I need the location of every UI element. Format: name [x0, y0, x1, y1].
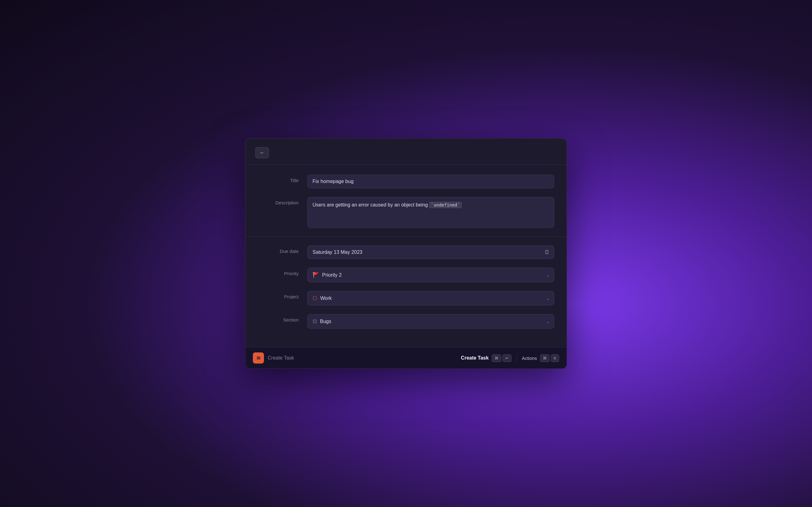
section-icon: ⊡ — [312, 318, 317, 325]
description-control: Users are getting an error caused by an … — [307, 197, 554, 228]
footer-left: ≋ Create Task — [253, 352, 294, 363]
due-date-label: Due date — [258, 245, 307, 254]
due-date-input[interactable] — [307, 245, 554, 259]
title-control — [307, 175, 554, 188]
footer-create-task-label: Create Task — [268, 355, 294, 361]
modal-header: ← — [245, 138, 567, 165]
calendar-icon: 🗓 — [544, 249, 550, 256]
section-value: Bugs — [320, 319, 331, 324]
project-row: Project ⬡ Work ⌄ — [258, 291, 554, 305]
footer-right: Create Task ⌘ ↵ Actions ⌘ K — [461, 354, 559, 362]
actions-button[interactable]: Actions — [522, 355, 537, 361]
create-task-button[interactable]: Create Task — [461, 355, 489, 361]
due-date-row: Due date 🗓 — [258, 245, 554, 259]
chevron-down-icon-section: ⌄ — [547, 319, 550, 324]
description-text: Users are getting an error caused by an … — [312, 202, 429, 208]
back-button[interactable]: ← — [255, 147, 269, 158]
priority-control: 🚩 Priority 2 ⌄ — [307, 268, 554, 282]
project-select[interactable]: ⬡ Work — [307, 291, 554, 305]
section-control: ⊡ Bugs ⌄ — [307, 314, 554, 329]
modal-body: Title Description Users are getting an e… — [245, 165, 567, 347]
section-row: Section ⊡ Bugs ⌄ — [258, 314, 554, 329]
chevron-down-icon: ⌄ — [547, 273, 550, 277]
create-task-kbd-group: ⌘ ↵ — [492, 354, 511, 362]
project-value: Work — [320, 295, 332, 301]
flag-icon: 🚩 — [312, 272, 319, 278]
footer-separator — [516, 354, 517, 362]
section-label: Section — [258, 314, 307, 323]
description-code: `undefined` — [429, 202, 462, 208]
cmd-key: ⌘ — [492, 354, 501, 362]
actions-k-key: K — [551, 354, 559, 362]
person-icon: ⬡ — [312, 295, 317, 301]
project-control: ⬡ Work ⌄ — [307, 291, 554, 305]
priority-label: Priority — [258, 268, 307, 276]
priority-value: Priority 2 — [322, 272, 342, 278]
chevron-down-icon-project: ⌄ — [547, 296, 550, 300]
create-task-modal: ← Title Description Users are getting an… — [245, 138, 567, 369]
date-input-wrapper: 🗓 — [307, 245, 554, 259]
due-date-control: 🗓 — [307, 245, 554, 259]
title-label: Title — [258, 175, 307, 183]
priority-select-wrapper: 🚩 Priority 2 ⌄ — [307, 268, 554, 282]
priority-row: Priority 🚩 Priority 2 ⌄ — [258, 268, 554, 282]
divider — [245, 236, 567, 237]
project-select-wrapper: ⬡ Work ⌄ — [307, 291, 554, 305]
modal-footer: ≋ Create Task Create Task ⌘ ↵ Actions ⌘ … — [245, 347, 567, 369]
title-row: Title — [258, 175, 554, 188]
section-select-wrapper: ⊡ Bugs ⌄ — [307, 314, 554, 329]
project-label: Project — [258, 291, 307, 299]
priority-select[interactable]: 🚩 Priority 2 — [307, 268, 554, 282]
app-logo-icon: ≋ — [256, 354, 261, 361]
description-textarea[interactable]: Users are getting an error caused by an … — [307, 197, 554, 228]
title-input[interactable] — [307, 175, 554, 188]
section-select[interactable]: ⊡ Bugs — [307, 314, 554, 329]
actions-cmd-key: ⌘ — [540, 354, 550, 362]
description-row: Description Users are getting an error c… — [258, 197, 554, 228]
enter-key: ↵ — [503, 354, 511, 362]
app-logo: ≋ — [253, 352, 264, 363]
description-label: Description — [258, 197, 307, 205]
actions-kbd-group: ⌘ K — [540, 354, 559, 362]
